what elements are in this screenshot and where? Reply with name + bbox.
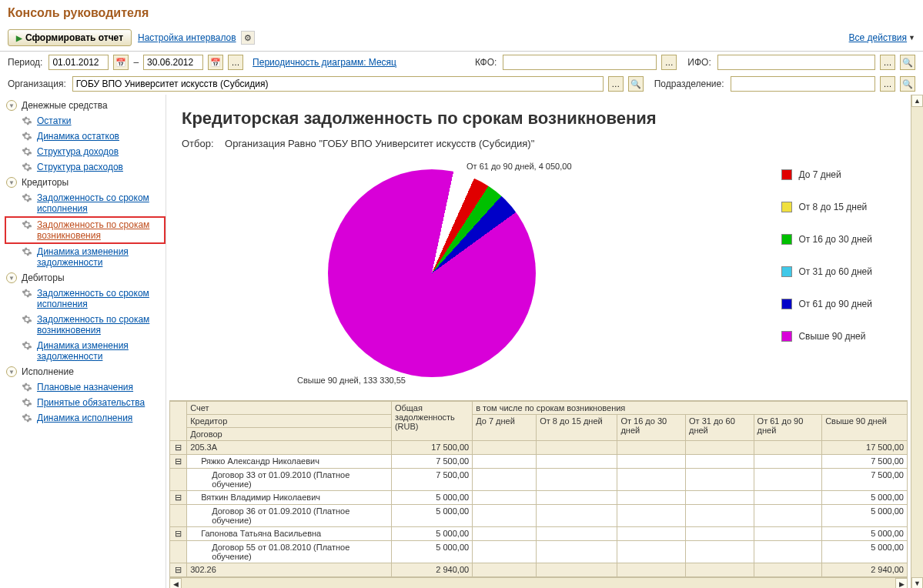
cell-over90: 5 000,00 (822, 527, 908, 541)
dept-input[interactable] (731, 76, 876, 92)
section-title: Денежные средства (22, 100, 108, 111)
all-actions-link[interactable]: Все действия (849, 32, 907, 43)
ifo-search-button[interactable]: 🔍 (900, 55, 915, 70)
interval-settings-link[interactable]: Настройка интервалов (138, 32, 236, 43)
row-name: Вяткин Владимир Николаевич (187, 491, 392, 505)
sidebar-item[interactable]: Задолженность по срокам возникновения (5, 312, 166, 338)
period-select-button[interactable]: … (228, 55, 243, 70)
tree-section-2[interactable]: ▼Дебиторы (5, 270, 166, 286)
sidebar-item[interactable]: Динамика изменения задолженности (5, 244, 166, 270)
table-row[interactable]: Договор 33 от 01.09.2010 (Платное обучен… (170, 469, 908, 491)
sidebar-item[interactable]: Остатки (5, 113, 166, 129)
expand-icon[interactable]: ⊟ (170, 455, 187, 469)
gear-icon (22, 413, 32, 423)
col-61to90[interactable]: От 61 до 90 дней (754, 415, 822, 441)
sidebar-item[interactable]: Плановые назначения (5, 379, 166, 395)
cell-total: 5 000,00 (391, 527, 472, 541)
cell-total: 17 500,00 (391, 441, 472, 455)
horizontal-scrollbar[interactable]: ◀▶ (169, 577, 908, 588)
legend-swatch (781, 234, 792, 245)
gear-icon (22, 288, 32, 299)
settings-icon-button[interactable]: ⚙ (241, 31, 255, 45)
col-over90[interactable]: Свыше 90 дней (822, 415, 908, 441)
table-row[interactable]: ⊟302.262 940,002 940,00 (170, 563, 908, 577)
sidebar-item[interactable]: Динамика исполнения (5, 410, 166, 426)
tree-section-3[interactable]: ▼Исполнение (5, 364, 166, 379)
sidebar-item[interactable]: Принятые обязательства (5, 395, 166, 410)
sidebar-item-label: Структура расходов (37, 162, 123, 172)
table-row[interactable]: ⊟Вяткин Владимир Николаевич5 000,005 000… (170, 491, 908, 505)
row-name: Договор 36 от 01.09.2010 (Платное обучен… (187, 505, 392, 527)
table-row[interactable]: ⊟Гапонова Татьяна Васильевна5 000,005 00… (170, 527, 908, 541)
row-name: 205.3А (187, 441, 392, 455)
expand-icon[interactable]: ⊟ (170, 527, 187, 541)
collapse-icon: ▼ (6, 272, 17, 283)
kfo-select-button[interactable]: … (661, 55, 677, 70)
table-row[interactable]: ⊟Ряжко Александр Николаевич7 500,007 500… (170, 455, 908, 469)
col-total[interactable]: Общая задолженность (RUB) (391, 402, 472, 441)
table-row[interactable]: Договор 36 от 01.09.2010 (Платное обучен… (170, 505, 908, 527)
col-31to60[interactable]: От 31 до 60 дней (685, 415, 754, 441)
tree-col-header (170, 402, 187, 441)
legend-swatch (781, 169, 792, 180)
sidebar-item[interactable]: Задолженность по срокам возникновения (5, 216, 166, 244)
cell-over90: 5 000,00 (822, 491, 908, 505)
legend-item: Свыше 90 дней (781, 331, 872, 342)
sidebar-item[interactable]: Задолженность со сроком исполнения (5, 190, 166, 216)
sidebar-item[interactable]: Структура расходов (5, 159, 166, 175)
gear-icon (22, 162, 32, 172)
chart-area: От 61 до 90 дней, 4 050,00 Свыше 90 дней… (197, 162, 895, 393)
cell-total: 7 500,00 (391, 469, 472, 491)
expand-icon[interactable] (170, 541, 187, 563)
ifo-select-button[interactable]: … (880, 55, 895, 70)
sidebar-item[interactable]: Динамика остатков (5, 129, 166, 144)
col-contract[interactable]: Договор (187, 428, 392, 441)
sidebar-item[interactable]: Динамика изменения задолженности (5, 338, 166, 364)
col-creditor[interactable]: Кредитор (187, 415, 392, 428)
expand-icon[interactable]: ⊟ (170, 441, 187, 455)
table-row[interactable]: ⊟205.3А17 500,0017 500,00 (170, 441, 908, 455)
org-select-button[interactable]: … (608, 76, 624, 92)
filter-row-2: Организация: … 🔍 Подразделение: … 🔍 (0, 73, 923, 95)
org-input[interactable] (72, 76, 604, 92)
sidebar-item[interactable]: Структура доходов (5, 144, 166, 159)
col-16to30[interactable]: От 16 до 30 дней (617, 415, 686, 441)
col-upto7[interactable]: До 7 дней (473, 415, 537, 441)
row-name: Договор 33 от 01.09.2010 (Платное обучен… (187, 469, 392, 491)
play-icon: ▶ (16, 34, 22, 42)
col-8to15[interactable]: От 8 до 15 дней (537, 415, 617, 441)
date-from-input[interactable] (48, 55, 109, 70)
expand-icon[interactable]: ⊟ (170, 491, 187, 505)
sidebar-item-label: Принятые обязательства (37, 397, 145, 408)
table-row[interactable]: Договор 55 от 01.08.2010 (Платное обучен… (170, 541, 908, 563)
sidebar-item[interactable]: Задолженность со сроком исполнения (5, 286, 166, 312)
ifo-input[interactable] (717, 55, 875, 70)
date-to-input[interactable] (143, 55, 203, 70)
col-group[interactable]: в том числе по срокам возникновения (473, 402, 908, 415)
gear-icon (22, 340, 32, 351)
legend-item: От 8 до 15 дней (781, 202, 872, 212)
legend-item: От 31 до 60 дней (781, 266, 872, 277)
dept-search-button[interactable]: 🔍 (900, 76, 915, 92)
section-title: Кредиторы (22, 177, 69, 188)
form-report-button[interactable]: ▶Сформировать отчет (8, 29, 132, 46)
tree-section-1[interactable]: ▼Кредиторы (5, 175, 166, 190)
kfo-input[interactable] (503, 55, 657, 70)
calendar-to-button[interactable]: 📅 (208, 55, 223, 70)
dept-select-button[interactable]: … (880, 76, 895, 92)
calendar-from-button[interactable]: 📅 (113, 55, 129, 70)
row-name: 302.26 (187, 563, 392, 577)
vertical-scrollbar[interactable]: ▲▼ (911, 95, 923, 588)
org-search-button[interactable]: 🔍 (628, 76, 644, 92)
periodicity-link[interactable]: Периодичность диаграмм: Месяц (252, 57, 396, 68)
tree-section-0[interactable]: ▼Денежные средства (5, 98, 166, 113)
toolbar: ▶Сформировать отчет Настройка интервалов… (0, 26, 923, 52)
expand-icon[interactable] (170, 505, 187, 527)
row-name: Ряжко Александр Николаевич (187, 455, 392, 469)
cell-total: 2 940,00 (391, 563, 472, 577)
row-name: Договор 55 от 01.08.2010 (Платное обучен… (187, 541, 392, 563)
gear-icon (22, 382, 32, 393)
expand-icon[interactable]: ⊟ (170, 563, 187, 577)
col-account[interactable]: Счет (187, 402, 392, 415)
expand-icon[interactable] (170, 469, 187, 491)
